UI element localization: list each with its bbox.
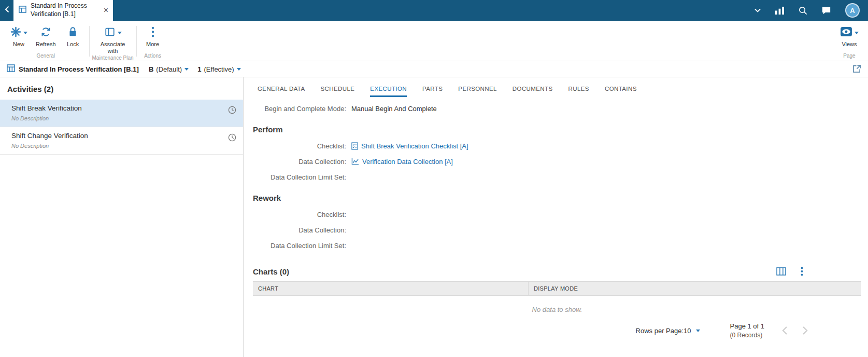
tab-general-data[interactable]: GENERAL DATA [258,86,305,97]
refresh-button-label: Refresh [36,41,56,48]
associate-with-icon [104,27,116,39]
activity-item-shift-break[interactable]: Shift Break Verification No Description [0,100,243,127]
search-icon[interactable] [799,6,807,15]
grid-menu-icon[interactable] [801,267,803,276]
field-begin-complete-mode: Begin and Complete Mode: Manual Begin An… [253,101,861,116]
more-button-label: More [146,41,159,48]
ribbon-group-caption-page: Page [836,53,863,61]
records-info: (0 Records) [730,332,765,339]
associate-with-button[interactable]: Associate with [93,25,133,55]
tab-documents[interactable]: DOCUMENTS [513,86,553,97]
ribbon-group-maintenance-plan: Associate with Maintenance Plan [92,21,134,61]
data-collection-link[interactable]: Verification Data Collection [A] [362,158,453,166]
next-page-icon[interactable] [802,326,808,335]
tab-personnel[interactable]: PERSONNEL [458,86,497,97]
activity-description: No Description [11,143,220,149]
tab-execution[interactable]: EXECUTION [370,86,407,97]
refresh-button[interactable]: Refresh [32,25,60,48]
tab-parts[interactable]: PARTS [422,86,443,97]
data-collection-icon [351,158,359,165]
rows-per-page-label: Rows per Page:10 [636,327,691,335]
back-button[interactable] [0,0,13,21]
ribbon-group-general: New Refresh [5,21,87,61]
top-bar: Standard In Process Verification [B.1] ×… [0,0,868,21]
clock-icon [228,106,236,116]
new-caret-icon [23,32,27,34]
close-icon[interactable]: × [102,6,110,15]
detail-tabs: GENERAL DATA SCHEDULE EXECUTION PARTS PE… [253,77,861,97]
field-label: Data Collection: [253,226,346,234]
breadcrumb-title: Standard In Process Verification [B.1] [19,65,139,73]
lock-button[interactable]: Lock [60,25,87,48]
lock-icon [68,26,78,39]
open-window-button[interactable] [852,64,861,74]
column-chooser-icon[interactable] [776,267,786,276]
ribbon-group-page: Views Page [836,21,863,61]
checklist-icon [351,142,358,150]
activity-name: Shift Break Verification [11,104,220,112]
new-button[interactable]: New [5,25,32,48]
activities-header: Activities (2) [0,77,243,100]
new-button-label: New [13,41,24,48]
field-label: Begin and Complete Mode: [253,105,346,113]
ribbon-group-actions: More Actions [139,21,166,61]
charts-heading: Charts (0) [253,267,289,276]
field-perform-checklist: Checklist: Shift Break Verification Chec… [253,138,861,154]
revision-label: (Default) [156,65,182,73]
breadcrumb-bar: Standard In Process Verification [B.1] B… [0,61,868,77]
views-button[interactable]: Views [836,25,863,48]
previous-page-icon[interactable] [782,326,788,335]
section-heading-rework: Rework [253,194,861,202]
version-selector[interactable]: 1 (Effective) [197,65,241,73]
field-rework-data-collection: Data Collection: [253,222,861,238]
section-heading-perform: Perform [253,125,861,134]
activities-panel: Activities (2) Shift Break Verification … [0,77,244,357]
ribbon-toolbar: New Refresh [0,21,868,61]
column-header-chart[interactable]: CHART [253,282,529,295]
ribbon-group-caption-actions: Actions [139,53,166,61]
more-icon [151,26,154,39]
page-info: Page 1 of 1 [730,322,765,330]
avatar[interactable]: A [845,3,860,18]
revision-value: B [149,65,153,73]
empty-table-message: No data to show. [253,306,861,313]
revision-caret-icon [184,68,189,71]
charts-table-header: CHART DISPLAY MODE [253,281,861,296]
page-info-block: Page 1 of 1 (0 Records) [730,322,765,339]
revision-selector[interactable]: B (Default) [149,65,189,73]
chevron-down-icon[interactable] [755,8,761,12]
content-area: Activities (2) Shift Break Verification … [0,77,868,357]
activity-description: No Description [11,115,220,121]
version-value: 1 [197,65,201,73]
field-label: Data Collection Limit Set: [253,242,346,250]
ribbon-separator [136,26,137,57]
messages-icon[interactable] [821,6,831,15]
rows-per-page-selector[interactable]: Rows per Page:10 [636,327,700,335]
views-caret-icon [855,32,859,34]
activity-name: Shift Change Verification [11,132,220,140]
detail-panel: GENERAL DATA SCHEDULE EXECUTION PARTS PE… [244,77,868,357]
document-tab[interactable]: Standard In Process Verification [B.1] × [13,0,113,21]
activity-item-shift-change[interactable]: Shift Change Verification No Description [0,127,243,155]
field-rework-limit-set: Data Collection Limit Set: [253,238,861,253]
back-chevron-icon [5,6,9,15]
associate-caret-icon [118,32,122,34]
column-header-display-mode[interactable]: DISPLAY MODE [529,282,861,295]
more-button[interactable]: More [139,25,166,48]
rows-per-page-caret-icon [696,329,700,332]
field-label: Checklist: [253,142,346,150]
checklist-link[interactable]: Shift Break Verification Checklist [A] [361,142,468,150]
field-rework-checklist: Checklist: [253,207,861,222]
plant-icon[interactable] [775,6,785,15]
tab-schedule[interactable]: SCHEDULE [321,86,355,97]
field-label: Checklist: [253,211,346,218]
open-window-icon [852,64,861,74]
field-label: Data Collection Limit Set: [253,173,346,181]
version-label: (Effective) [204,65,234,73]
charts-section-header: Charts (0) [253,267,861,276]
topbar-actions: A [755,0,868,21]
field-label: Data Collection: [253,158,346,166]
tab-rules[interactable]: RULES [568,86,589,97]
tab-contains[interactable]: CONTAINS [605,86,637,97]
pagination-bar: Rows per Page:10 Page 1 of 1 (0 Records) [253,322,861,339]
